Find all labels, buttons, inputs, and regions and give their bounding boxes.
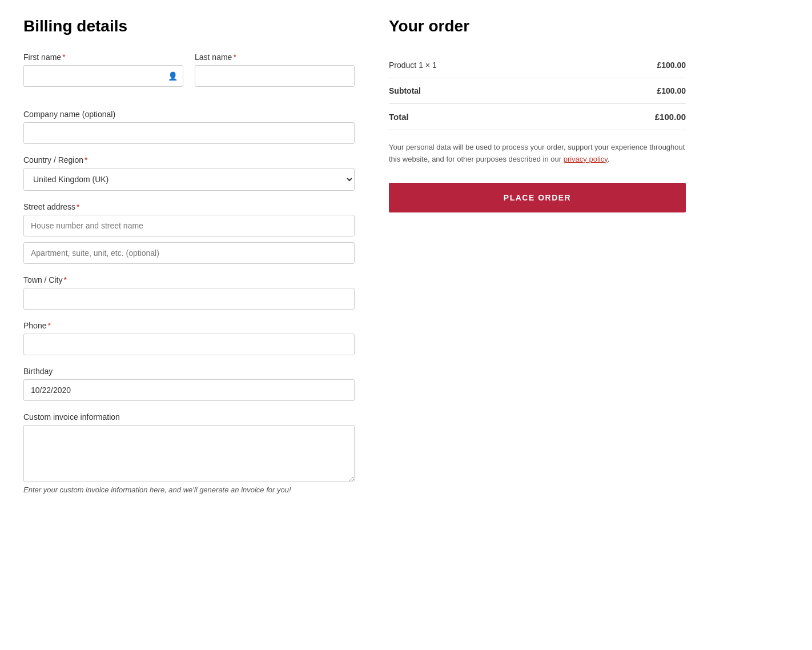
custom-invoice-group: Custom invoice information Enter your cu… xyxy=(23,412,355,494)
apt-input[interactable] xyxy=(23,242,355,264)
subtotal-label: Subtotal xyxy=(389,86,421,95)
last-name-input[interactable] xyxy=(195,65,355,87)
birthday-input[interactable] xyxy=(23,379,355,401)
town-label: Town / City* xyxy=(23,275,355,284)
birthday-group: Birthday xyxy=(23,367,355,401)
product-label: Product 1 × 1 xyxy=(389,61,437,70)
street-address-group: Street address* xyxy=(23,202,355,236)
country-group: Country / Region* United Kingdom (UK) xyxy=(23,155,355,191)
first-name-group: First name* 👤 xyxy=(23,53,183,87)
first-name-label: First name* xyxy=(23,53,183,62)
billing-title: Billing details xyxy=(23,17,355,35)
company-name-input[interactable] xyxy=(23,122,355,144)
custom-invoice-textarea[interactable] xyxy=(23,425,355,482)
subtotal-amount: £100.00 xyxy=(657,86,686,95)
town-input[interactable] xyxy=(23,288,355,310)
apt-group xyxy=(23,242,355,264)
street-address-label: Street address* xyxy=(23,202,355,211)
privacy-policy-link[interactable]: privacy policy xyxy=(564,155,608,163)
order-section: Your order Product 1 × 1 £100.00 Subtota… xyxy=(389,17,686,505)
privacy-notice: Your personal data will be used to proce… xyxy=(389,142,686,166)
total-row: Total £100.00 xyxy=(389,104,686,130)
company-name-group: Company name (optional) xyxy=(23,110,355,144)
phone-label: Phone* xyxy=(23,321,355,330)
order-table: Product 1 × 1 £100.00 Subtotal £100.00 T… xyxy=(389,53,686,130)
phone-group: Phone* xyxy=(23,321,355,355)
street-address-input[interactable] xyxy=(23,215,355,236)
custom-invoice-label: Custom invoice information xyxy=(23,412,355,422)
subtotal-row: Subtotal £100.00 xyxy=(389,78,686,104)
last-name-label: Last name* xyxy=(195,53,355,62)
page-layout: Billing details First name* 👤 Last name* xyxy=(23,17,789,505)
last-name-group: Last name* xyxy=(195,53,355,87)
person-icon: 👤 xyxy=(168,71,178,81)
name-row: First name* 👤 Last name* xyxy=(23,53,355,98)
first-name-input[interactable] xyxy=(23,65,183,87)
place-order-button[interactable]: PLACE ORDER xyxy=(389,183,686,212)
birthday-label: Birthday xyxy=(23,367,355,376)
phone-input[interactable] xyxy=(23,334,355,355)
company-name-label: Company name (optional) xyxy=(23,110,355,119)
total-label: Total xyxy=(389,112,409,122)
product-row: Product 1 × 1 £100.00 xyxy=(389,53,686,78)
total-amount: £100.00 xyxy=(655,112,686,122)
town-group: Town / City* xyxy=(23,275,355,310)
country-select[interactable]: United Kingdom (UK) xyxy=(23,168,355,191)
product-amount: £100.00 xyxy=(657,61,686,70)
billing-section: Billing details First name* 👤 Last name* xyxy=(23,17,355,505)
country-label: Country / Region* xyxy=(23,155,355,164)
order-title: Your order xyxy=(389,17,686,35)
custom-invoice-hint: Enter your custom invoice information he… xyxy=(23,486,355,494)
first-name-input-wrapper: 👤 xyxy=(23,65,183,87)
